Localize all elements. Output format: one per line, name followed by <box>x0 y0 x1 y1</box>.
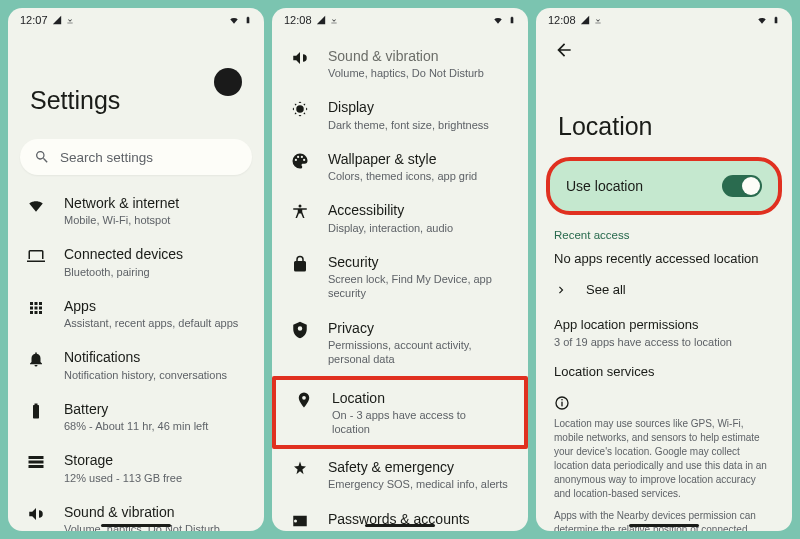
row-subtitle: On - 3 apps have access to location <box>332 408 506 437</box>
row-title: Network & internet <box>64 194 246 212</box>
location-settings-screen: 12:08 Location Use location Recent acces… <box>536 8 792 531</box>
settings-item-accessibility[interactable]: AccessibilityDisplay, interaction, audio <box>272 192 528 243</box>
row-title: Security <box>328 253 510 271</box>
row-subtitle: Volume, haptics, Do Not Disturb <box>328 66 510 80</box>
row-subtitle: Colors, themed icons, app grid <box>328 169 510 183</box>
row-subtitle: Assistant, recent apps, default apps <box>64 316 246 330</box>
settings-item-connected-devices[interactable]: Connected devicesBluetooth, pairing <box>8 236 264 287</box>
nav-handle[interactable] <box>365 524 435 527</box>
battery-icon <box>26 401 46 421</box>
search-placeholder: Search settings <box>60 150 153 165</box>
use-location-toggle-row[interactable]: Use location <box>548 159 780 213</box>
chevron-right-icon <box>554 283 568 297</box>
settings-item-privacy[interactable]: PrivacyPermissions, account activity, pe… <box>272 310 528 376</box>
download-icon <box>330 15 338 25</box>
download-icon <box>66 15 74 25</box>
svg-rect-2 <box>561 399 562 400</box>
row-title: Sound & vibration <box>64 503 246 521</box>
row-subtitle: Mobile, Wi-Fi, hotspot <box>64 213 246 227</box>
signal-icon <box>580 15 590 25</box>
wifi-icon <box>26 195 46 215</box>
bell-icon <box>26 349 46 369</box>
info-text-1: Location may use sources like GPS, Wi-Fi… <box>554 417 774 501</box>
settings-item-security[interactable]: SecurityScreen lock, Find My Device, app… <box>272 244 528 310</box>
row-subtitle: 68% - About 11 hr, 46 min left <box>64 419 246 433</box>
row-title: Storage <box>64 451 246 469</box>
nav-handle[interactable] <box>629 524 699 527</box>
row-title: Privacy <box>328 319 510 337</box>
row-subtitle: Notification history, conversations <box>64 368 246 382</box>
row-subtitle: Emergency SOS, medical info, alerts <box>328 477 510 491</box>
row-subtitle: Bluetooth, pairing <box>64 265 246 279</box>
toggle-label: Use location <box>566 178 643 194</box>
privacy-icon <box>290 320 310 340</box>
back-button[interactable] <box>550 36 578 64</box>
status-bar: 12:08 <box>536 8 792 30</box>
row-subtitle: Dark theme, font size, brightness <box>328 118 510 132</box>
use-location-switch[interactable] <box>722 175 762 197</box>
row-title: Wallpaper & style <box>328 150 510 168</box>
row-subtitle: Saved passwords, autofill, synced accoun… <box>328 529 510 531</box>
services-title: Location services <box>554 364 654 379</box>
wifi-icon <box>228 15 240 25</box>
info-icon <box>554 395 774 411</box>
battery-icon <box>772 14 780 26</box>
row-subtitle: 12% used - 113 GB free <box>64 471 246 485</box>
battery-icon <box>508 14 516 26</box>
settings-item-storage[interactable]: Storage12% used - 113 GB free <box>8 442 264 493</box>
location-pin-icon <box>294 390 314 410</box>
lock-icon <box>290 254 310 274</box>
location-info: Location may use sources like GPS, Wi-Fi… <box>536 389 792 531</box>
settings-item-sound[interactable]: Sound & vibrationVolume, haptics, Do Not… <box>272 38 528 89</box>
apps-grid-icon <box>26 298 46 318</box>
settings-item-battery[interactable]: Battery68% - About 11 hr, 46 min left <box>8 391 264 442</box>
status-time: 12:07 <box>20 14 48 26</box>
storage-icon <box>26 452 46 472</box>
settings-item-notifications[interactable]: NotificationsNotification history, conve… <box>8 339 264 390</box>
see-all-button[interactable]: See all <box>536 278 792 311</box>
battery-icon <box>244 14 252 26</box>
status-bar: 12:08 <box>272 8 528 30</box>
settings-item-apps[interactable]: AppsAssistant, recent apps, default apps <box>8 288 264 339</box>
settings-item-display[interactable]: DisplayDark theme, font size, brightness <box>272 89 528 140</box>
row-title: Connected devices <box>64 245 246 263</box>
settings-item-location[interactable]: LocationOn - 3 apps have access to locat… <box>276 380 524 446</box>
devices-icon <box>26 246 46 266</box>
search-icon <box>34 149 50 165</box>
app-perms-title: App location permissions <box>554 317 699 332</box>
row-subtitle: Screen lock, Find My Device, app securit… <box>328 272 510 301</box>
signal-icon <box>316 15 326 25</box>
settings-item-network[interactable]: Network & internetMobile, Wi-Fi, hotspot <box>8 185 264 236</box>
brightness-icon <box>290 99 310 119</box>
settings-root-screen: 12:07 Settings Search settings Networ <box>8 8 264 531</box>
status-bar: 12:07 <box>8 8 264 30</box>
settings-list: Network & internetMobile, Wi-Fi, hotspot… <box>8 185 264 531</box>
volume-icon <box>26 504 46 524</box>
wifi-icon <box>492 15 504 25</box>
row-title: Battery <box>64 400 246 418</box>
see-all-label: See all <box>586 282 626 297</box>
location-highlight: LocationOn - 3 apps have access to locat… <box>272 376 528 450</box>
row-title: Accessibility <box>328 201 510 219</box>
palette-icon <box>290 151 310 171</box>
settings-item-safety[interactable]: Safety & emergencyEmergency SOS, medical… <box>272 449 528 500</box>
row-title: Apps <box>64 297 246 315</box>
settings-list: Sound & vibrationVolume, haptics, Do Not… <box>272 30 528 531</box>
row-title: Safety & emergency <box>328 458 510 476</box>
status-time: 12:08 <box>284 14 312 26</box>
settings-item-wallpaper[interactable]: Wallpaper & styleColors, themed icons, a… <box>272 141 528 192</box>
app-perms-sub: 3 of 19 apps have access to location <box>536 336 792 360</box>
settings-scrolled-screen: 12:08 Sound & vibrationVolume, haptics, … <box>272 8 528 531</box>
location-services-row[interactable]: Location services <box>536 360 792 389</box>
info-text-2: Apps with the Nearby devices permission … <box>554 509 774 531</box>
recent-access-label: Recent access <box>536 227 792 245</box>
accessibility-icon <box>290 202 310 222</box>
profile-avatar[interactable] <box>214 68 242 96</box>
nav-handle[interactable] <box>101 524 171 527</box>
key-icon <box>290 511 310 531</box>
svg-rect-1 <box>561 402 562 407</box>
signal-icon <box>52 15 62 25</box>
wifi-icon <box>756 15 768 25</box>
page-title: Location <box>536 64 792 159</box>
search-settings[interactable]: Search settings <box>20 139 252 175</box>
